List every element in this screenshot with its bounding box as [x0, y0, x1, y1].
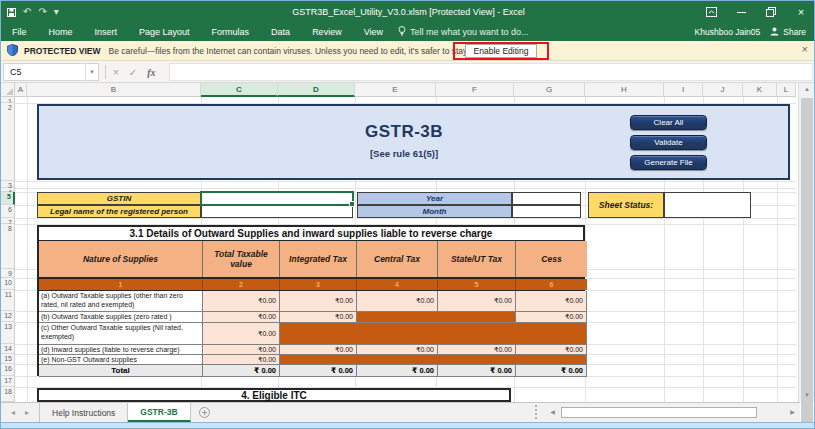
name-box-dropdown-icon[interactable]: ▾	[85, 63, 98, 81]
sheet-tab-gstr3b[interactable]: GSTR-3B	[128, 403, 190, 422]
sheet-nav-right-icon[interactable]: ▸	[25, 408, 29, 417]
enable-editing-button[interactable]: Enable Editing	[465, 44, 538, 58]
column-header-B[interactable]: B	[27, 83, 201, 97]
vertical-scrollbar[interactable]: ▲ ▼	[798, 83, 814, 402]
row-header-9[interactable]: 9	[1, 269, 15, 278]
row-d-value-cell[interactable]: ₹0.00	[280, 345, 357, 355]
column-header-J[interactable]: J	[703, 83, 743, 97]
lightbulb-icon	[398, 26, 406, 38]
column-header-H[interactable]: H	[585, 83, 664, 97]
row-d-value-cell[interactable]: ₹0.00	[438, 345, 516, 355]
row-d-value-cell[interactable]: ₹0.00	[357, 345, 438, 355]
legal-name-label: Legal name of the registered person	[37, 205, 201, 218]
row-c-label: (c) Other Outward Taxable supplies (Nil …	[39, 323, 203, 345]
tab-data[interactable]: Data	[260, 23, 301, 41]
col-header-nature: Nature of Supplies	[39, 241, 203, 277]
column-header-G[interactable]: G	[514, 83, 585, 97]
new-sheet-icon[interactable]	[191, 403, 218, 422]
row-d-value-cell[interactable]: ₹0.00	[203, 345, 280, 355]
row-c-value-cell[interactable]: ₹0.00	[203, 323, 280, 345]
legal-name-value-cell[interactable]	[201, 205, 353, 218]
horizontal-scrollbar[interactable]: ◀ ▶	[546, 405, 799, 419]
row-b-value-cell[interactable]: ₹0.00	[280, 312, 357, 323]
tab-home[interactable]: Home	[38, 23, 84, 41]
row-header-11[interactable]: 11	[1, 290, 15, 311]
close-button[interactable]: ×	[786, 1, 815, 23]
account-area: Khushboo Jain05 Share	[695, 23, 806, 41]
row-a-value-cell[interactable]: ₹0.00	[438, 291, 516, 312]
tab-insert[interactable]: Insert	[84, 23, 129, 41]
scroll-down-icon[interactable]: ▼	[799, 389, 815, 402]
row-b-value-cell[interactable]: ₹0.00	[516, 312, 587, 323]
enable-editing-highlight: Enable Editing	[453, 42, 549, 60]
col-header-taxable: Total Taxable value	[203, 241, 280, 277]
tab-review[interactable]: Review	[301, 23, 353, 41]
select-all-corner[interactable]	[1, 83, 15, 97]
row-a-value-cell[interactable]: ₹0.00	[357, 291, 438, 312]
column-header-F[interactable]: F	[436, 83, 514, 97]
tab-view[interactable]: View	[353, 23, 394, 41]
column-header-L[interactable]: L	[777, 83, 796, 97]
tell-me-box[interactable]: Tell me what you want to do...	[398, 26, 529, 38]
gstin-label: GSTIN	[37, 192, 201, 205]
tab-file[interactable]: File	[1, 23, 38, 41]
column-header-I[interactable]: I	[664, 83, 703, 97]
tab-page-layout[interactable]: Page Layout	[128, 23, 201, 41]
total-value-cell: ₹ 0.00	[438, 365, 516, 377]
row-header-3[interactable]: 3	[1, 181, 15, 188]
column-header-D[interactable]: D	[278, 83, 355, 97]
row-header-12[interactable]: 12	[1, 311, 15, 322]
vertical-scroll-thumb[interactable]	[801, 98, 813, 429]
year-value-cell[interactable]	[512, 192, 581, 205]
row-a-value-cell[interactable]: ₹0.00	[203, 291, 280, 312]
row-header-10[interactable]: 10	[1, 278, 15, 290]
cancel-formula-icon[interactable]: ×	[113, 67, 119, 78]
row-b-value-cell[interactable]: ₹0.00	[203, 312, 280, 323]
restore-button[interactable]	[756, 1, 786, 23]
enter-formula-icon[interactable]: ✓	[129, 67, 137, 78]
scroll-left-icon[interactable]: ◀	[546, 406, 559, 419]
column-header-K[interactable]: K	[743, 83, 777, 97]
row-header-16[interactable]: 16	[1, 364, 15, 376]
scroll-up-icon[interactable]: ▲	[799, 83, 815, 96]
row-a-value-cell[interactable]: ₹0.00	[516, 291, 587, 312]
minimize-button[interactable]	[726, 1, 756, 23]
sheet-tab-help-instructions[interactable]: Help Instructions	[39, 403, 128, 422]
row-header-13[interactable]: 13	[1, 322, 15, 344]
generate-file-button[interactable]: Generate File	[630, 155, 707, 170]
row-header-8[interactable]: 8	[1, 224, 15, 269]
sheet-nav-left-icon[interactable]: ◂	[11, 408, 15, 417]
row-a-value-cell[interactable]: ₹0.00	[280, 291, 357, 312]
formula-input[interactable]	[169, 63, 813, 81]
protected-view-close-icon[interactable]: ×	[802, 43, 808, 55]
insert-function-icon[interactable]: fx	[147, 67, 155, 78]
ribbon-display-options-icon[interactable]	[696, 1, 726, 23]
sheet-status-value-cell[interactable]	[664, 192, 751, 218]
row-header-17[interactable]: 17	[1, 376, 15, 387]
row-d-label: (d) Inward supplies (liable to reverse c…	[39, 345, 203, 355]
shield-icon	[7, 44, 18, 58]
scroll-right-icon[interactable]: ▶	[786, 406, 799, 419]
row-b-label: (b) Outward Taxable supplies (zero rated…	[39, 312, 203, 323]
row-header-6[interactable]: 6	[1, 205, 15, 218]
user-name[interactable]: Khushboo Jain05	[695, 27, 761, 37]
tab-scroll-splitter[interactable]	[535, 405, 539, 419]
row-header-2[interactable]: 2	[1, 103, 15, 181]
validate-button[interactable]: Validate	[630, 135, 707, 150]
clear-all-button[interactable]: Clear All	[630, 115, 707, 130]
column-header-A[interactable]: A	[15, 83, 27, 97]
row-header-5[interactable]: 5	[1, 192, 15, 205]
column-header-C[interactable]: C	[201, 83, 278, 97]
month-value-cell[interactable]	[512, 205, 581, 218]
column-header-E[interactable]: E	[355, 83, 436, 97]
row-d-value-cell[interactable]: ₹0.00	[516, 345, 587, 355]
row-header-18[interactable]: 18	[1, 387, 15, 402]
horizontal-scroll-thumb[interactable]	[561, 407, 757, 418]
row-e-value-cell[interactable]: ₹0.00	[203, 355, 280, 365]
row-header-14[interactable]: 14	[1, 344, 15, 354]
selected-cell-C5[interactable]	[200, 191, 354, 206]
share-button[interactable]: Share	[770, 27, 806, 38]
form-banner: GSTR-3B [See rule 61(5)] Clear All Valid…	[37, 104, 790, 180]
tab-formulas[interactable]: Formulas	[201, 23, 261, 41]
row-header-15[interactable]: 15	[1, 354, 15, 364]
